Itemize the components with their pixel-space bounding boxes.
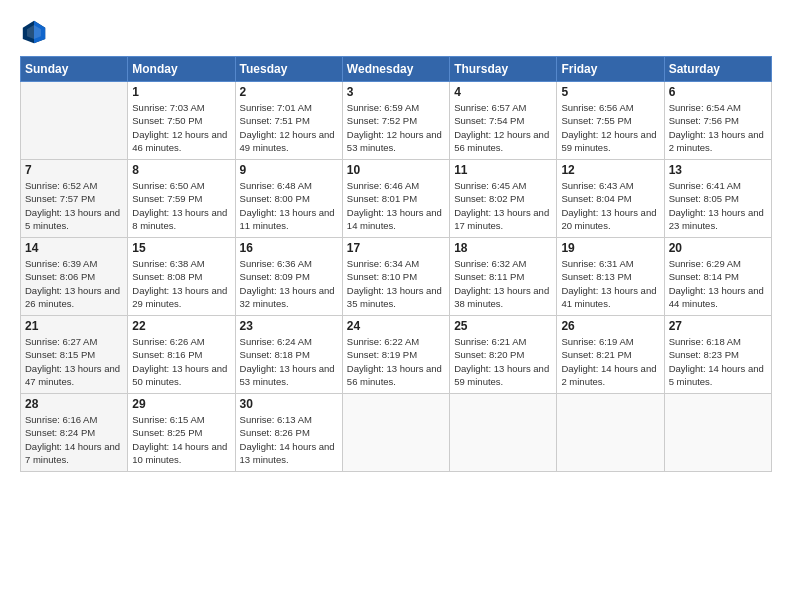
calendar-cell-w3d1: 14Sunrise: 6:39 AMSunset: 8:06 PMDayligh… <box>21 238 128 316</box>
page: SundayMondayTuesdayWednesdayThursdayFrid… <box>0 0 792 612</box>
day-number: 7 <box>25 163 123 177</box>
day-number: 29 <box>132 397 230 411</box>
day-number: 25 <box>454 319 552 333</box>
weekday-header-thursday: Thursday <box>450 57 557 82</box>
week-row-3: 14Sunrise: 6:39 AMSunset: 8:06 PMDayligh… <box>21 238 772 316</box>
day-number: 27 <box>669 319 767 333</box>
day-number: 18 <box>454 241 552 255</box>
calendar-cell-w5d1: 28Sunrise: 6:16 AMSunset: 8:24 PMDayligh… <box>21 394 128 472</box>
day-number: 14 <box>25 241 123 255</box>
calendar-cell-w2d7: 13Sunrise: 6:41 AMSunset: 8:05 PMDayligh… <box>664 160 771 238</box>
day-info: Sunrise: 7:03 AMSunset: 7:50 PMDaylight:… <box>132 101 230 154</box>
calendar-cell-w2d6: 12Sunrise: 6:43 AMSunset: 8:04 PMDayligh… <box>557 160 664 238</box>
calendar-cell-w4d7: 27Sunrise: 6:18 AMSunset: 8:23 PMDayligh… <box>664 316 771 394</box>
calendar-cell-w3d3: 16Sunrise: 6:36 AMSunset: 8:09 PMDayligh… <box>235 238 342 316</box>
calendar-cell-w4d1: 21Sunrise: 6:27 AMSunset: 8:15 PMDayligh… <box>21 316 128 394</box>
logo-icon <box>20 18 48 46</box>
day-number: 21 <box>25 319 123 333</box>
calendar-cell-w5d4 <box>342 394 449 472</box>
calendar-cell-w2d3: 9Sunrise: 6:48 AMSunset: 8:00 PMDaylight… <box>235 160 342 238</box>
calendar-cell-w5d6 <box>557 394 664 472</box>
weekday-header-row: SundayMondayTuesdayWednesdayThursdayFrid… <box>21 57 772 82</box>
day-info: Sunrise: 6:38 AMSunset: 8:08 PMDaylight:… <box>132 257 230 310</box>
calendar-cell-w1d1 <box>21 82 128 160</box>
calendar-cell-w2d4: 10Sunrise: 6:46 AMSunset: 8:01 PMDayligh… <box>342 160 449 238</box>
week-row-2: 7Sunrise: 6:52 AMSunset: 7:57 PMDaylight… <box>21 160 772 238</box>
calendar-cell-w2d5: 11Sunrise: 6:45 AMSunset: 8:02 PMDayligh… <box>450 160 557 238</box>
day-number: 5 <box>561 85 659 99</box>
calendar-cell-w5d7 <box>664 394 771 472</box>
day-info: Sunrise: 6:45 AMSunset: 8:02 PMDaylight:… <box>454 179 552 232</box>
day-info: Sunrise: 6:56 AMSunset: 7:55 PMDaylight:… <box>561 101 659 154</box>
day-info: Sunrise: 6:48 AMSunset: 8:00 PMDaylight:… <box>240 179 338 232</box>
day-info: Sunrise: 6:52 AMSunset: 7:57 PMDaylight:… <box>25 179 123 232</box>
calendar-cell-w4d6: 26Sunrise: 6:19 AMSunset: 8:21 PMDayligh… <box>557 316 664 394</box>
calendar-cell-w5d3: 30Sunrise: 6:13 AMSunset: 8:26 PMDayligh… <box>235 394 342 472</box>
day-info: Sunrise: 6:39 AMSunset: 8:06 PMDaylight:… <box>25 257 123 310</box>
day-number: 2 <box>240 85 338 99</box>
calendar-cell-w1d7: 6Sunrise: 6:54 AMSunset: 7:56 PMDaylight… <box>664 82 771 160</box>
day-number: 8 <box>132 163 230 177</box>
day-number: 13 <box>669 163 767 177</box>
day-info: Sunrise: 6:15 AMSunset: 8:25 PMDaylight:… <box>132 413 230 466</box>
calendar-cell-w1d5: 4Sunrise: 6:57 AMSunset: 7:54 PMDaylight… <box>450 82 557 160</box>
day-info: Sunrise: 6:13 AMSunset: 8:26 PMDaylight:… <box>240 413 338 466</box>
day-number: 23 <box>240 319 338 333</box>
calendar-cell-w2d1: 7Sunrise: 6:52 AMSunset: 7:57 PMDaylight… <box>21 160 128 238</box>
day-info: Sunrise: 6:46 AMSunset: 8:01 PMDaylight:… <box>347 179 445 232</box>
day-number: 9 <box>240 163 338 177</box>
calendar-cell-w4d2: 22Sunrise: 6:26 AMSunset: 8:16 PMDayligh… <box>128 316 235 394</box>
day-number: 6 <box>669 85 767 99</box>
day-info: Sunrise: 6:16 AMSunset: 8:24 PMDaylight:… <box>25 413 123 466</box>
day-number: 17 <box>347 241 445 255</box>
day-info: Sunrise: 6:41 AMSunset: 8:05 PMDaylight:… <box>669 179 767 232</box>
day-number: 22 <box>132 319 230 333</box>
day-info: Sunrise: 6:26 AMSunset: 8:16 PMDaylight:… <box>132 335 230 388</box>
day-info: Sunrise: 6:34 AMSunset: 8:10 PMDaylight:… <box>347 257 445 310</box>
calendar-cell-w5d5 <box>450 394 557 472</box>
day-number: 10 <box>347 163 445 177</box>
day-info: Sunrise: 6:54 AMSunset: 7:56 PMDaylight:… <box>669 101 767 154</box>
day-info: Sunrise: 6:36 AMSunset: 8:09 PMDaylight:… <box>240 257 338 310</box>
day-info: Sunrise: 6:24 AMSunset: 8:18 PMDaylight:… <box>240 335 338 388</box>
calendar-cell-w1d6: 5Sunrise: 6:56 AMSunset: 7:55 PMDaylight… <box>557 82 664 160</box>
calendar-cell-w4d3: 23Sunrise: 6:24 AMSunset: 8:18 PMDayligh… <box>235 316 342 394</box>
day-info: Sunrise: 6:43 AMSunset: 8:04 PMDaylight:… <box>561 179 659 232</box>
calendar-cell-w3d6: 19Sunrise: 6:31 AMSunset: 8:13 PMDayligh… <box>557 238 664 316</box>
weekday-header-wednesday: Wednesday <box>342 57 449 82</box>
calendar-cell-w3d2: 15Sunrise: 6:38 AMSunset: 8:08 PMDayligh… <box>128 238 235 316</box>
day-number: 1 <box>132 85 230 99</box>
week-row-5: 28Sunrise: 6:16 AMSunset: 8:24 PMDayligh… <box>21 394 772 472</box>
day-number: 28 <box>25 397 123 411</box>
calendar-cell-w1d4: 3Sunrise: 6:59 AMSunset: 7:52 PMDaylight… <box>342 82 449 160</box>
week-row-4: 21Sunrise: 6:27 AMSunset: 8:15 PMDayligh… <box>21 316 772 394</box>
weekday-header-saturday: Saturday <box>664 57 771 82</box>
calendar-cell-w4d5: 25Sunrise: 6:21 AMSunset: 8:20 PMDayligh… <box>450 316 557 394</box>
week-row-1: 1Sunrise: 7:03 AMSunset: 7:50 PMDaylight… <box>21 82 772 160</box>
day-number: 19 <box>561 241 659 255</box>
header <box>20 18 772 46</box>
day-number: 4 <box>454 85 552 99</box>
day-info: Sunrise: 6:19 AMSunset: 8:21 PMDaylight:… <box>561 335 659 388</box>
calendar-cell-w1d2: 1Sunrise: 7:03 AMSunset: 7:50 PMDaylight… <box>128 82 235 160</box>
calendar-cell-w1d3: 2Sunrise: 7:01 AMSunset: 7:51 PMDaylight… <box>235 82 342 160</box>
day-number: 3 <box>347 85 445 99</box>
calendar-cell-w3d7: 20Sunrise: 6:29 AMSunset: 8:14 PMDayligh… <box>664 238 771 316</box>
day-info: Sunrise: 6:18 AMSunset: 8:23 PMDaylight:… <box>669 335 767 388</box>
day-number: 24 <box>347 319 445 333</box>
calendar-table: SundayMondayTuesdayWednesdayThursdayFrid… <box>20 56 772 472</box>
day-info: Sunrise: 6:22 AMSunset: 8:19 PMDaylight:… <box>347 335 445 388</box>
day-number: 12 <box>561 163 659 177</box>
calendar-cell-w2d2: 8Sunrise: 6:50 AMSunset: 7:59 PMDaylight… <box>128 160 235 238</box>
calendar-cell-w4d4: 24Sunrise: 6:22 AMSunset: 8:19 PMDayligh… <box>342 316 449 394</box>
weekday-header-friday: Friday <box>557 57 664 82</box>
weekday-header-sunday: Sunday <box>21 57 128 82</box>
day-info: Sunrise: 6:57 AMSunset: 7:54 PMDaylight:… <box>454 101 552 154</box>
day-info: Sunrise: 6:59 AMSunset: 7:52 PMDaylight:… <box>347 101 445 154</box>
day-info: Sunrise: 6:32 AMSunset: 8:11 PMDaylight:… <box>454 257 552 310</box>
day-info: Sunrise: 7:01 AMSunset: 7:51 PMDaylight:… <box>240 101 338 154</box>
day-number: 20 <box>669 241 767 255</box>
day-info: Sunrise: 6:31 AMSunset: 8:13 PMDaylight:… <box>561 257 659 310</box>
day-number: 16 <box>240 241 338 255</box>
weekday-header-monday: Monday <box>128 57 235 82</box>
